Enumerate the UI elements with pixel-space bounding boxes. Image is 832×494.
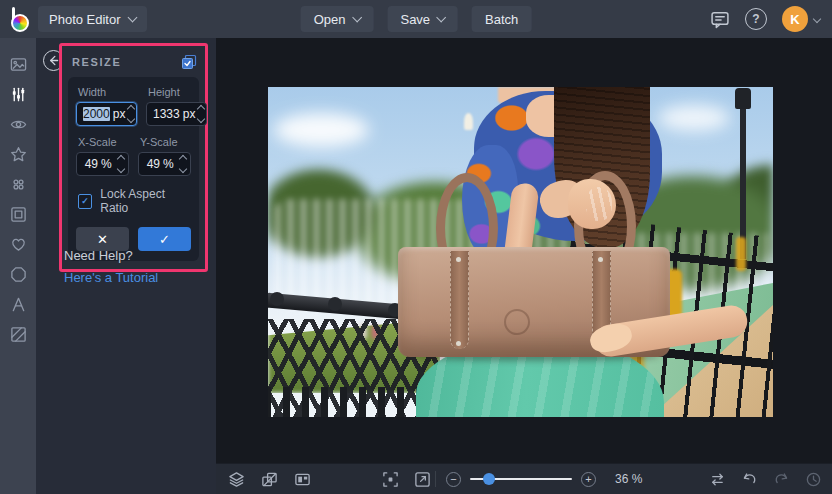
app-menu-label: Photo Editor	[49, 12, 121, 27]
touch-up-icon	[10, 176, 27, 193]
lock-aspect-checkbox[interactable]: ✓	[78, 194, 92, 209]
x-scale-unit: %	[101, 157, 112, 171]
photo-bag-rivet	[456, 257, 461, 262]
overlay-icon	[10, 266, 27, 283]
undo-icon[interactable]	[741, 471, 758, 488]
y-scale-stepper[interactable]	[177, 156, 186, 172]
rail-item-graphics[interactable]	[0, 229, 36, 259]
texture-icon	[10, 326, 27, 343]
before-after-compare-icon[interactable]	[709, 471, 726, 488]
canvas-layout-icon[interactable]	[294, 471, 311, 488]
help-block: Need Help? Here's a Tutorial	[64, 248, 158, 285]
dimension-fields: Width 2000 px Height 1333 px	[76, 85, 191, 126]
frame-icon	[10, 206, 27, 223]
fit-screen-icon[interactable]	[382, 471, 399, 488]
tool-rail	[0, 38, 36, 494]
adjust-sliders-icon	[10, 86, 27, 103]
resize-panel: RESIZE Width 2000 px	[59, 43, 208, 272]
height-value: 1333	[153, 107, 180, 121]
x-scale-input[interactable]: 49 %	[76, 152, 129, 176]
app-window: Photo Editor Open Save Batch	[0, 0, 832, 494]
need-help-text: Need Help?	[64, 248, 158, 263]
width-stepper[interactable]	[125, 106, 134, 122]
lock-aspect-row[interactable]: ✓ Lock Aspect Ratio	[78, 187, 191, 215]
batch-stack-icon[interactable]	[181, 54, 197, 70]
rail-item-edit[interactable]	[0, 79, 36, 109]
x-scale-stepper[interactable]	[115, 156, 124, 172]
rail-item-effects[interactable]	[0, 109, 36, 139]
save-button[interactable]: Save	[387, 6, 458, 32]
app-menu-button[interactable]: Photo Editor	[38, 6, 147, 32]
photo-tower	[464, 113, 473, 130]
resize-panel-header: RESIZE	[62, 46, 205, 76]
zoom-slider-handle[interactable]	[483, 473, 495, 485]
width-unit: px	[113, 107, 126, 121]
y-scale-input[interactable]: 49 %	[138, 152, 191, 176]
rail-item-touchup[interactable]	[0, 169, 36, 199]
help-icon[interactable]: ?	[745, 8, 767, 30]
rail-item-frames[interactable]	[0, 199, 36, 229]
topbar-actions: Open Save Batch	[301, 6, 532, 32]
avatar: K	[782, 6, 808, 32]
history-clock-icon[interactable]	[805, 471, 822, 488]
rail-item-artsy[interactable]	[0, 139, 36, 169]
logo-color-wheel	[11, 14, 29, 32]
toolbar-divider	[435, 471, 436, 487]
chevron-down-icon	[437, 12, 447, 22]
width-value: 2000	[83, 107, 110, 121]
rail-item-textures[interactable]	[0, 319, 36, 349]
y-scale-unit: %	[163, 157, 174, 171]
zoom-in-button[interactable]: +	[581, 472, 596, 487]
tool-panel: RESIZE Width 2000 px	[36, 38, 216, 494]
rail-item-text[interactable]	[0, 289, 36, 319]
feedback-chat-icon[interactable]	[710, 10, 730, 29]
photo-gold-ornament	[736, 237, 746, 271]
avatar-initial: K	[790, 12, 799, 27]
flip-canvas-icon[interactable]	[261, 471, 278, 488]
rail-item-manage[interactable]	[0, 49, 36, 79]
canvas-photo[interactable]	[268, 87, 773, 417]
text-icon	[10, 296, 27, 313]
chevron-down-icon	[127, 12, 137, 22]
height-input[interactable]: 1333 px	[146, 102, 207, 126]
apply-check-icon: ✓	[159, 232, 170, 247]
save-label: Save	[400, 12, 430, 27]
photo-cloud	[658, 105, 730, 131]
image-icon	[10, 56, 27, 73]
help-glyph: ?	[752, 12, 759, 26]
layers-icon[interactable]	[228, 471, 245, 488]
photo-bag-rivet	[456, 341, 461, 346]
height-stepper[interactable]	[195, 106, 204, 122]
zoom-slider[interactable]	[470, 478, 572, 480]
actual-size-icon[interactable]	[414, 471, 431, 488]
photo-fence-finial	[270, 292, 284, 306]
chevron-down-icon	[352, 12, 362, 22]
zoom-controls: − + 36 %	[446, 464, 642, 494]
open-label: Open	[314, 12, 346, 27]
canvas-area	[216, 38, 832, 464]
rail-item-overlays[interactable]	[0, 259, 36, 289]
open-button[interactable]: Open	[301, 6, 374, 32]
tutorial-link[interactable]: Here's a Tutorial	[64, 270, 158, 285]
photo-woman-hand	[568, 179, 616, 229]
zoom-percent: 36 %	[615, 472, 642, 486]
y-scale-value: 49	[147, 157, 160, 171]
bottom-history-tools	[709, 464, 822, 494]
height-unit: px	[183, 107, 196, 121]
star-icon	[10, 146, 27, 163]
width-input[interactable]: 2000 px	[76, 102, 137, 126]
batch-button[interactable]: Batch	[472, 6, 531, 32]
account-menu[interactable]: K	[782, 6, 820, 32]
redo-icon[interactable]	[773, 471, 790, 488]
width-label: Width	[78, 86, 137, 98]
topbar-right: ? K	[710, 0, 820, 38]
scale-fields: X-Scale 49 % Y-Scale	[76, 135, 191, 176]
befunky-logo-icon[interactable]	[10, 7, 34, 31]
lock-aspect-label: Lock Aspect Ratio	[100, 187, 191, 215]
zoom-out-button[interactable]: −	[446, 472, 461, 487]
chevron-down-icon	[813, 15, 821, 23]
heart-icon	[10, 236, 27, 253]
x-scale-label: X-Scale	[78, 136, 129, 148]
y-scale-label: Y-Scale	[140, 136, 191, 148]
photo-bag-emboss	[504, 309, 530, 335]
